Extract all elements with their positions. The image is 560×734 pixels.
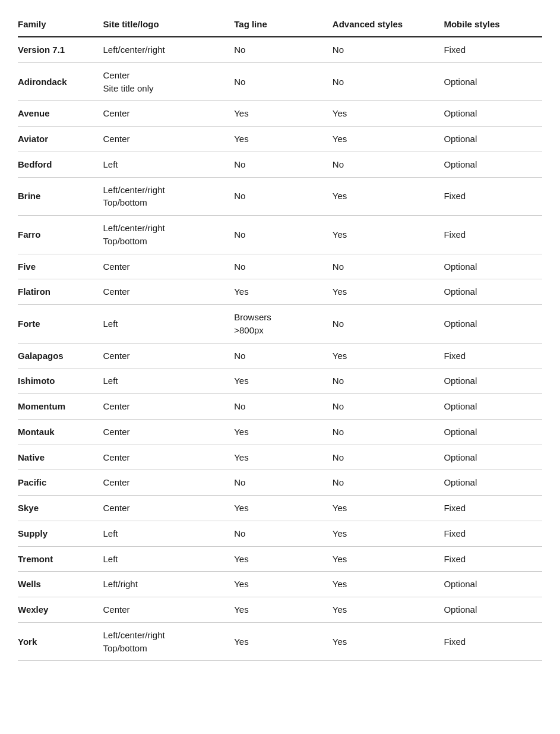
cell-advanced: Yes [333, 177, 444, 216]
table-row: Version 7.1Left/center/rightNoNoFixed [18, 37, 542, 62]
cell-site-title: CenterSite title only [103, 62, 234, 101]
cell-tag-line: Yes [234, 445, 333, 470]
cell-tag-line: Yes [234, 496, 333, 521]
cell-site-title: Left [103, 546, 234, 572]
cell-tag-line: No [234, 521, 333, 546]
cell-mobile: Optional [444, 152, 542, 177]
cell-family: Wells [18, 572, 103, 597]
cell-advanced: Yes [333, 572, 444, 597]
cell-mobile: Optional [444, 368, 542, 394]
cell-family: Galapagos [18, 343, 103, 368]
cell-advanced: No [333, 305, 444, 344]
cell-family: Farro [18, 216, 103, 254]
cell-family: Avenue [18, 101, 103, 127]
cell-advanced: No [333, 152, 444, 177]
cell-mobile: Optional [444, 419, 542, 445]
cell-mobile: Optional [444, 62, 542, 101]
cell-mobile: Optional [444, 572, 542, 597]
cell-advanced: Yes [333, 622, 444, 661]
cell-site-title: Left/center/rightTop/bottom [103, 177, 234, 216]
cell-tag-line: Yes [234, 597, 333, 623]
table-row: SupplyLeftNoYesFixed [18, 521, 542, 546]
cell-mobile: Fixed [444, 216, 542, 254]
table-row: FiveCenterNoNoOptional [18, 254, 542, 279]
cell-site-title: Center [103, 127, 234, 152]
cell-mobile: Optional [444, 127, 542, 152]
cell-site-title: Center [103, 445, 234, 470]
cell-mobile: Optional [444, 597, 542, 623]
cell-site-title: Left/center/rightTop/bottom [103, 216, 234, 254]
cell-mobile: Fixed [444, 343, 542, 368]
table-row: FarroLeft/center/rightTop/bottomNoYesFix… [18, 216, 542, 254]
cell-tag-line: No [234, 62, 333, 101]
cell-advanced: No [333, 368, 444, 394]
cell-advanced: Yes [333, 521, 444, 546]
cell-advanced: Yes [333, 343, 444, 368]
cell-tag-line: Yes [234, 101, 333, 127]
cell-family: Flatiron [18, 279, 103, 305]
cell-family: Pacific [18, 470, 103, 496]
cell-family: Forte [18, 305, 103, 344]
cell-advanced: Yes [333, 279, 444, 305]
header-mobile: Mobile styles [444, 12, 542, 37]
cell-tag-line: No [234, 254, 333, 279]
cell-advanced: Yes [333, 546, 444, 572]
cell-site-title: Center [103, 597, 234, 623]
header-family: Family [18, 12, 103, 37]
table-row: YorkLeft/center/rightTop/bottomYesYesFix… [18, 622, 542, 661]
cell-family: Montauk [18, 419, 103, 445]
cell-family: Momentum [18, 394, 103, 420]
cell-family: Brine [18, 177, 103, 216]
cell-tag-line: Yes [234, 279, 333, 305]
header-site-title: Site title/logo [103, 12, 234, 37]
cell-mobile: Optional [444, 394, 542, 420]
cell-tag-line: Browsers>800px [234, 305, 333, 344]
cell-tag-line: No [234, 177, 333, 216]
cell-family: Version 7.1 [18, 37, 103, 62]
table-row: PacificCenterNoNoOptional [18, 470, 542, 496]
header-advanced: Advanced styles [333, 12, 444, 37]
cell-site-title: Left [103, 152, 234, 177]
cell-family: Aviator [18, 127, 103, 152]
table-row: BedfordLeftNoNoOptional [18, 152, 542, 177]
table-row: MontaukCenterYesNoOptional [18, 419, 542, 445]
cell-tag-line: Yes [234, 546, 333, 572]
table-row: WexleyCenterYesYesOptional [18, 597, 542, 623]
cell-mobile: Optional [444, 279, 542, 305]
cell-advanced: Yes [333, 597, 444, 623]
cell-family: Skye [18, 496, 103, 521]
cell-advanced: No [333, 394, 444, 420]
cell-mobile: Fixed [444, 496, 542, 521]
table-row: AdirondackCenterSite title onlyNoNoOptio… [18, 62, 542, 101]
cell-site-title: Center [103, 394, 234, 420]
cell-site-title: Center [103, 254, 234, 279]
cell-advanced: No [333, 254, 444, 279]
cell-tag-line: No [234, 394, 333, 420]
cell-advanced: Yes [333, 496, 444, 521]
cell-tag-line: Yes [234, 127, 333, 152]
table-row: TremontLeftYesYesFixed [18, 546, 542, 572]
cell-tag-line: Yes [234, 368, 333, 394]
cell-family: Supply [18, 521, 103, 546]
cell-site-title: Left [103, 368, 234, 394]
cell-tag-line: No [234, 37, 333, 62]
cell-tag-line: Yes [234, 622, 333, 661]
cell-mobile: Fixed [444, 37, 542, 62]
cell-mobile: Optional [444, 101, 542, 127]
table-row: FlatironCenterYesYesOptional [18, 279, 542, 305]
cell-tag-line: No [234, 152, 333, 177]
cell-family: Native [18, 445, 103, 470]
cell-family: Ishimoto [18, 368, 103, 394]
table-row: ForteLeftBrowsers>800pxNoOptional [18, 305, 542, 344]
cell-site-title: Left [103, 521, 234, 546]
table-row: NativeCenterYesNoOptional [18, 445, 542, 470]
cell-advanced: Yes [333, 101, 444, 127]
cell-tag-line: No [234, 470, 333, 496]
cell-mobile: Fixed [444, 177, 542, 216]
cell-family: Wexley [18, 597, 103, 623]
cell-mobile: Optional [444, 470, 542, 496]
cell-advanced: No [333, 470, 444, 496]
cell-advanced: Yes [333, 127, 444, 152]
cell-advanced: No [333, 37, 444, 62]
cell-advanced: No [333, 445, 444, 470]
